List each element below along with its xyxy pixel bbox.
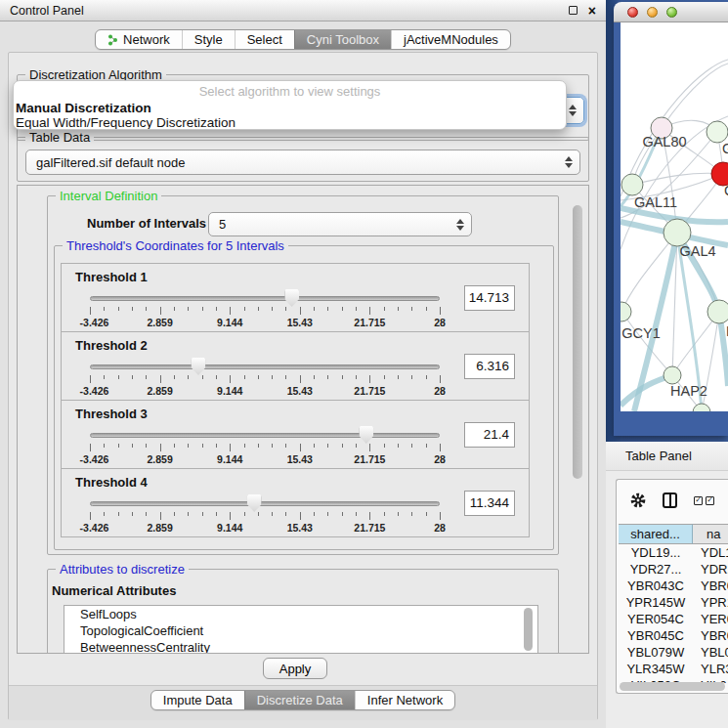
combo-arrows-icon (565, 156, 573, 168)
interval-definition-group: Interval Definition Number of Intervals … (47, 195, 559, 555)
table-cell: YDL1 (693, 545, 728, 560)
slider-ticks (90, 375, 440, 384)
close-icon[interactable]: × (588, 4, 596, 18)
list-item[interactable]: BetweennessCentrality (64, 639, 537, 654)
tab-select[interactable]: Select (235, 30, 294, 49)
threshold-value-field[interactable]: 21.4 (464, 422, 515, 448)
top-tabs: NetworkStyleSelectCyni ToolboxjActiveMNo… (95, 29, 511, 50)
numerical-attributes-list[interactable]: SelfLoopsTopologicalCoefficientBetweenne… (64, 605, 538, 654)
number-of-intervals-label: Number of Intervals (87, 216, 206, 231)
network-node[interactable] (707, 121, 728, 143)
threshold-label: Threshold 1 (75, 270, 148, 284)
table-row[interactable]: YDR27...YDR2 (619, 561, 728, 578)
slider-ticks (90, 444, 440, 452)
algorithm-option-equal-width[interactable]: Equal Width/Frequency Discretization (16, 115, 564, 130)
checkbox-icon[interactable]: ✓ (706, 496, 714, 505)
table-panel-header: Table Panel (606, 442, 728, 471)
network-node-label: GCY1 (621, 325, 661, 341)
threshold-value-field[interactable]: 6.316 (464, 354, 515, 379)
slider-handle[interactable] (247, 494, 262, 512)
tab-infer-network[interactable]: Infer Network (355, 691, 454, 709)
network-window-titlebar[interactable] (614, 2, 728, 22)
table-cell: YBL0 (693, 645, 728, 660)
table-row[interactable]: YBL079WYBL0 (619, 644, 728, 661)
minimize-traffic-light-icon[interactable] (647, 7, 658, 18)
table-data-combobox[interactable]: galFiltered.sif default node (25, 150, 580, 175)
network-node-label: GAL4 (679, 243, 715, 259)
list-scrollbar[interactable] (524, 608, 535, 653)
threshold-value-field[interactable]: 11.344 (464, 491, 515, 516)
gear-icon[interactable] (630, 492, 646, 508)
algorithm-popup-hint: Select algorithm to view settings (14, 84, 566, 99)
table-cell: YLR345W (619, 662, 693, 676)
checkbox-icon[interactable]: ✓ (694, 496, 703, 505)
threshold-value-field[interactable]: 14.713 (464, 285, 515, 311)
table-cell: YBR045C (619, 628, 693, 643)
tab-style[interactable]: Style (182, 30, 235, 49)
number-of-intervals-combobox[interactable]: 5 (208, 212, 472, 236)
table-cell: YLR3 (693, 662, 728, 676)
threshold-row: Threshold 3-3.4262.8599.14415.4321.71528… (61, 400, 530, 469)
network-node[interactable] (707, 300, 728, 323)
bottom-tabs: Impute DataDiscretize DataInfer Network (150, 690, 455, 710)
list-item[interactable]: TopologicalCoefficient (64, 622, 537, 639)
table-row[interactable]: YBR043CYBR0 (619, 578, 728, 594)
thresholds-group: Threshold's Coordinates for 5 Intervals … (54, 245, 554, 550)
table-grid: shared...na YDL19...YDL1YDR27...YDR2YBR0… (619, 524, 728, 683)
tab-jactivemnodules[interactable]: jActiveMNodules (391, 30, 510, 49)
table-row[interactable]: YER054CYER0 (619, 611, 728, 627)
combo-arrows-icon (569, 105, 577, 116)
column-header[interactable]: na (693, 524, 728, 544)
slider-handle[interactable] (191, 358, 205, 375)
slider-ticks (90, 307, 440, 316)
close-traffic-light-icon[interactable] (627, 7, 638, 18)
table-row[interactable]: YLR345WYLR3 (619, 661, 728, 677)
network-node-label: C (724, 183, 728, 198)
network-view-window: GAL80GACGAL11GAL4GCY1HHAP2 (614, 2, 728, 436)
network-node-label: GAL11 (634, 194, 677, 210)
table-row[interactable]: YDL19...YDL1 (619, 544, 728, 561)
tab-label: Select (247, 32, 282, 47)
column-header[interactable]: shared... (619, 524, 693, 544)
tab-network[interactable]: Network (96, 30, 182, 49)
tab-cyni-toolbox[interactable]: Cyni Toolbox (294, 30, 391, 49)
table-horizontal-scrollbar[interactable] (620, 682, 725, 691)
split-column-icon[interactable] (663, 492, 677, 508)
vertical-scrollbar[interactable] (571, 199, 584, 641)
attributes-title: Attributes to discretize (56, 562, 189, 577)
number-of-intervals-value: 5 (219, 217, 226, 232)
combo-arrows-icon (456, 219, 464, 231)
slider-handle[interactable] (284, 289, 299, 307)
algorithm-option-manual[interactable]: Manual Discretization (16, 101, 564, 115)
tab-discretize-data[interactable]: Discretize Data (244, 691, 355, 709)
table-cell: YER0 (693, 612, 728, 626)
network-desktop: GAL80GACGAL11GAL4GCY1HHAP2 (606, 0, 728, 442)
horizontal-scrollbar-thumb[interactable] (620, 682, 725, 691)
network-node[interactable] (621, 302, 631, 321)
tab-label: Infer Network (367, 693, 443, 707)
list-item[interactable]: SelfLoops (64, 606, 537, 622)
table-row[interactable]: YPR145WYPR1 (619, 594, 728, 611)
float-window-icon[interactable] (569, 6, 578, 15)
table-cell: YBR0 (693, 578, 728, 593)
right-side: GAL80GACGAL11GAL4GCY1HHAP2 Table Panel ✓ (606, 0, 728, 728)
slider-track[interactable] (90, 296, 440, 301)
slider-handle[interactable] (359, 426, 373, 444)
network-node[interactable] (621, 174, 643, 195)
slider-track[interactable] (90, 501, 440, 506)
tab-label: Cyni Toolbox (307, 32, 379, 47)
threshold-label: Threshold 2 (75, 338, 148, 353)
table-cell: YDR2 (693, 562, 728, 577)
apply-button[interactable]: Apply (263, 658, 327, 679)
control-panel-titlebar: Control Panel × (0, 0, 606, 21)
network-canvas[interactable]: GAL80GACGAL11GAL4GCY1HHAP2 (621, 22, 728, 411)
table-row[interactable]: YBR045CYBR0 (619, 627, 728, 644)
table-cell: YPR1 (693, 595, 728, 610)
zoom-traffic-light-icon[interactable] (666, 7, 677, 18)
network-node[interactable] (664, 219, 691, 246)
slider-track[interactable] (90, 433, 440, 438)
vertical-scrollbar-thumb[interactable] (573, 205, 582, 479)
network-node[interactable] (664, 366, 681, 384)
tab-impute-data[interactable]: Impute Data (151, 691, 244, 709)
slider-track[interactable] (90, 364, 440, 369)
